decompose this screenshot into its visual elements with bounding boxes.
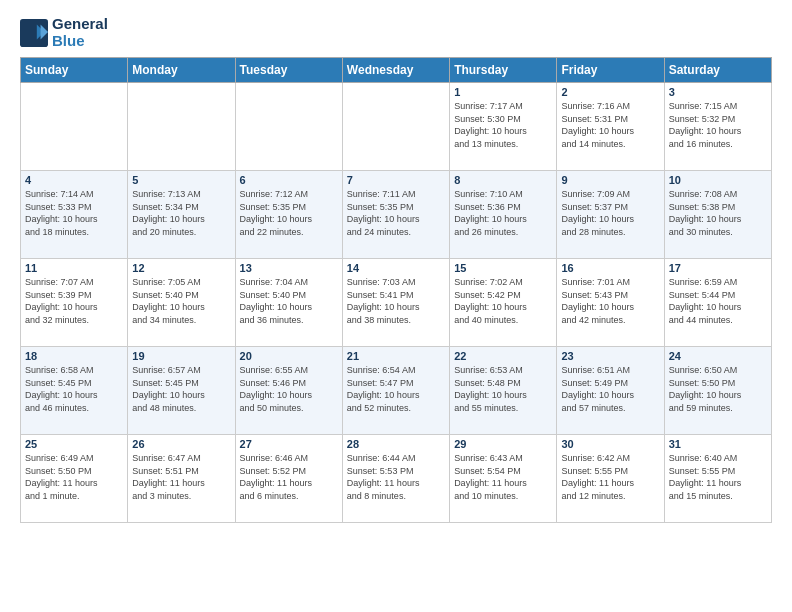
- day-number: 22: [454, 350, 552, 362]
- calendar-cell: [235, 83, 342, 171]
- week-row-2: 4Sunrise: 7:14 AM Sunset: 5:33 PM Daylig…: [21, 171, 772, 259]
- calendar-cell: 24Sunrise: 6:50 AM Sunset: 5:50 PM Dayli…: [664, 347, 771, 435]
- day-number: 30: [561, 438, 659, 450]
- day-info: Sunrise: 6:40 AM Sunset: 5:55 PM Dayligh…: [669, 452, 767, 502]
- day-info: Sunrise: 7:15 AM Sunset: 5:32 PM Dayligh…: [669, 100, 767, 150]
- day-number: 10: [669, 174, 767, 186]
- calendar-cell: 25Sunrise: 6:49 AM Sunset: 5:50 PM Dayli…: [21, 435, 128, 523]
- calendar-cell: 3Sunrise: 7:15 AM Sunset: 5:32 PM Daylig…: [664, 83, 771, 171]
- day-info: Sunrise: 7:08 AM Sunset: 5:38 PM Dayligh…: [669, 188, 767, 238]
- day-number: 7: [347, 174, 445, 186]
- day-number: 24: [669, 350, 767, 362]
- calendar-cell: [21, 83, 128, 171]
- day-info: Sunrise: 7:02 AM Sunset: 5:42 PM Dayligh…: [454, 276, 552, 326]
- day-info: Sunrise: 7:07 AM Sunset: 5:39 PM Dayligh…: [25, 276, 123, 326]
- day-number: 6: [240, 174, 338, 186]
- calendar-cell: 14Sunrise: 7:03 AM Sunset: 5:41 PM Dayli…: [342, 259, 449, 347]
- day-number: 3: [669, 86, 767, 98]
- day-number: 8: [454, 174, 552, 186]
- calendar-cell: 26Sunrise: 6:47 AM Sunset: 5:51 PM Dayli…: [128, 435, 235, 523]
- calendar-cell: 30Sunrise: 6:42 AM Sunset: 5:55 PM Dayli…: [557, 435, 664, 523]
- day-info: Sunrise: 6:43 AM Sunset: 5:54 PM Dayligh…: [454, 452, 552, 502]
- calendar-cell: 13Sunrise: 7:04 AM Sunset: 5:40 PM Dayli…: [235, 259, 342, 347]
- week-row-3: 11Sunrise: 7:07 AM Sunset: 5:39 PM Dayli…: [21, 259, 772, 347]
- week-row-1: 1Sunrise: 7:17 AM Sunset: 5:30 PM Daylig…: [21, 83, 772, 171]
- day-info: Sunrise: 6:49 AM Sunset: 5:50 PM Dayligh…: [25, 452, 123, 502]
- header: General Blue: [20, 16, 772, 49]
- calendar-cell: 12Sunrise: 7:05 AM Sunset: 5:40 PM Dayli…: [128, 259, 235, 347]
- calendar-cell: 8Sunrise: 7:10 AM Sunset: 5:36 PM Daylig…: [450, 171, 557, 259]
- calendar-cell: 18Sunrise: 6:58 AM Sunset: 5:45 PM Dayli…: [21, 347, 128, 435]
- day-info: Sunrise: 6:54 AM Sunset: 5:47 PM Dayligh…: [347, 364, 445, 414]
- calendar-cell: 29Sunrise: 6:43 AM Sunset: 5:54 PM Dayli…: [450, 435, 557, 523]
- day-number: 25: [25, 438, 123, 450]
- day-info: Sunrise: 7:13 AM Sunset: 5:34 PM Dayligh…: [132, 188, 230, 238]
- day-info: Sunrise: 6:46 AM Sunset: 5:52 PM Dayligh…: [240, 452, 338, 502]
- logo: General Blue: [20, 16, 108, 49]
- day-number: 9: [561, 174, 659, 186]
- calendar-cell: [342, 83, 449, 171]
- calendar-cell: 15Sunrise: 7:02 AM Sunset: 5:42 PM Dayli…: [450, 259, 557, 347]
- day-number: 27: [240, 438, 338, 450]
- logo-icon: [20, 19, 48, 47]
- week-row-4: 18Sunrise: 6:58 AM Sunset: 5:45 PM Dayli…: [21, 347, 772, 435]
- calendar-cell: 31Sunrise: 6:40 AM Sunset: 5:55 PM Dayli…: [664, 435, 771, 523]
- calendar-cell: 9Sunrise: 7:09 AM Sunset: 5:37 PM Daylig…: [557, 171, 664, 259]
- calendar-cell: 10Sunrise: 7:08 AM Sunset: 5:38 PM Dayli…: [664, 171, 771, 259]
- day-info: Sunrise: 7:01 AM Sunset: 5:43 PM Dayligh…: [561, 276, 659, 326]
- day-number: 26: [132, 438, 230, 450]
- calendar-cell: 17Sunrise: 6:59 AM Sunset: 5:44 PM Dayli…: [664, 259, 771, 347]
- calendar-cell: [128, 83, 235, 171]
- calendar-cell: 19Sunrise: 6:57 AM Sunset: 5:45 PM Dayli…: [128, 347, 235, 435]
- day-number: 17: [669, 262, 767, 274]
- calendar-cell: 2Sunrise: 7:16 AM Sunset: 5:31 PM Daylig…: [557, 83, 664, 171]
- day-header-thursday: Thursday: [450, 58, 557, 83]
- day-header-monday: Monday: [128, 58, 235, 83]
- day-header-sunday: Sunday: [21, 58, 128, 83]
- day-number: 4: [25, 174, 123, 186]
- day-info: Sunrise: 6:47 AM Sunset: 5:51 PM Dayligh…: [132, 452, 230, 502]
- day-info: Sunrise: 7:14 AM Sunset: 5:33 PM Dayligh…: [25, 188, 123, 238]
- week-row-5: 25Sunrise: 6:49 AM Sunset: 5:50 PM Dayli…: [21, 435, 772, 523]
- day-number: 21: [347, 350, 445, 362]
- day-number: 1: [454, 86, 552, 98]
- calendar-cell: 23Sunrise: 6:51 AM Sunset: 5:49 PM Dayli…: [557, 347, 664, 435]
- day-info: Sunrise: 6:55 AM Sunset: 5:46 PM Dayligh…: [240, 364, 338, 414]
- day-number: 12: [132, 262, 230, 274]
- day-info: Sunrise: 6:59 AM Sunset: 5:44 PM Dayligh…: [669, 276, 767, 326]
- day-info: Sunrise: 7:09 AM Sunset: 5:37 PM Dayligh…: [561, 188, 659, 238]
- day-info: Sunrise: 6:42 AM Sunset: 5:55 PM Dayligh…: [561, 452, 659, 502]
- day-info: Sunrise: 6:57 AM Sunset: 5:45 PM Dayligh…: [132, 364, 230, 414]
- day-info: Sunrise: 7:11 AM Sunset: 5:35 PM Dayligh…: [347, 188, 445, 238]
- day-header-tuesday: Tuesday: [235, 58, 342, 83]
- day-headers: SundayMondayTuesdayWednesdayThursdayFrid…: [21, 58, 772, 83]
- day-info: Sunrise: 6:51 AM Sunset: 5:49 PM Dayligh…: [561, 364, 659, 414]
- day-info: Sunrise: 7:03 AM Sunset: 5:41 PM Dayligh…: [347, 276, 445, 326]
- day-header-wednesday: Wednesday: [342, 58, 449, 83]
- day-header-saturday: Saturday: [664, 58, 771, 83]
- day-info: Sunrise: 7:05 AM Sunset: 5:40 PM Dayligh…: [132, 276, 230, 326]
- day-number: 23: [561, 350, 659, 362]
- calendar-cell: 28Sunrise: 6:44 AM Sunset: 5:53 PM Dayli…: [342, 435, 449, 523]
- day-info: Sunrise: 6:50 AM Sunset: 5:50 PM Dayligh…: [669, 364, 767, 414]
- logo-text: General Blue: [52, 16, 108, 49]
- day-number: 19: [132, 350, 230, 362]
- day-number: 20: [240, 350, 338, 362]
- day-number: 15: [454, 262, 552, 274]
- calendar-cell: 20Sunrise: 6:55 AM Sunset: 5:46 PM Dayli…: [235, 347, 342, 435]
- calendar-cell: 22Sunrise: 6:53 AM Sunset: 5:48 PM Dayli…: [450, 347, 557, 435]
- calendar-cell: 4Sunrise: 7:14 AM Sunset: 5:33 PM Daylig…: [21, 171, 128, 259]
- day-info: Sunrise: 7:16 AM Sunset: 5:31 PM Dayligh…: [561, 100, 659, 150]
- day-info: Sunrise: 7:17 AM Sunset: 5:30 PM Dayligh…: [454, 100, 552, 150]
- calendar-table: SundayMondayTuesdayWednesdayThursdayFrid…: [20, 57, 772, 523]
- calendar-cell: 7Sunrise: 7:11 AM Sunset: 5:35 PM Daylig…: [342, 171, 449, 259]
- day-number: 2: [561, 86, 659, 98]
- calendar-cell: 1Sunrise: 7:17 AM Sunset: 5:30 PM Daylig…: [450, 83, 557, 171]
- day-info: Sunrise: 6:44 AM Sunset: 5:53 PM Dayligh…: [347, 452, 445, 502]
- day-number: 31: [669, 438, 767, 450]
- day-number: 18: [25, 350, 123, 362]
- day-number: 16: [561, 262, 659, 274]
- calendar-cell: 6Sunrise: 7:12 AM Sunset: 5:35 PM Daylig…: [235, 171, 342, 259]
- day-info: Sunrise: 7:04 AM Sunset: 5:40 PM Dayligh…: [240, 276, 338, 326]
- day-header-friday: Friday: [557, 58, 664, 83]
